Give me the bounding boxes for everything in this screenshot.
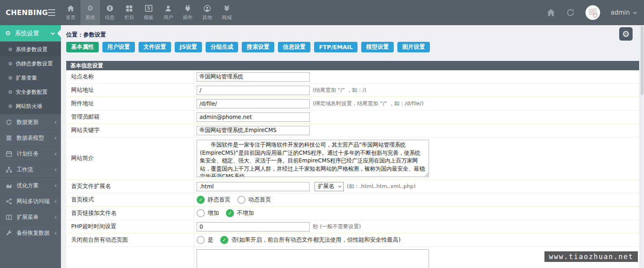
gear-icon: ⚙ (5, 30, 11, 37)
form-row-index-mode: 首页模式 静态首页 动态首页 (66, 193, 639, 207)
keywords-input[interactable] (197, 126, 310, 135)
nav-item-system[interactable]: ⚙ 系统 (80, 0, 100, 25)
sidebar-item-multi-access[interactable]: 网站多访问端 ‹ (0, 193, 61, 209)
database-icon (5, 135, 13, 141)
brand-area: CHENBING (0, 0, 61, 25)
form-row-index-extension: 首页文件扩展名 扩展名 (如：.html,.htm,.xml,.php) (66, 180, 639, 193)
radio-checked-icon (197, 196, 205, 204)
sidebar-item-security-params[interactable]: ⚙安全参数配置 (0, 85, 61, 99)
chevron-left-icon: ‹ (54, 119, 57, 125)
html5-icon: 5 (145, 4, 152, 13)
tab-bar: 基本属性 用户设置 文件设置 JS设置 分组生成 搜索设置 信息设置 FTP/E… (66, 42, 430, 52)
sidebar-submenu: ⚙系统参数设置 ⚙伪静态参数设置 ⚙扩展变量 ⚙安全参数配置 ⚙网站防火墙 (0, 41, 61, 114)
admin-email-input[interactable] (197, 112, 310, 122)
nav-item-mall[interactable]: ¥ 商城 (217, 0, 236, 25)
sidebar-item-data-update[interactable]: 数据更新 ‹ (0, 114, 61, 130)
radio-static-index[interactable]: 静态首页 (197, 196, 230, 204)
tab-js-settings[interactable]: JS设置 (175, 42, 202, 52)
sidebar-item-optimization[interactable]: 优化方案 ‹ (0, 177, 61, 193)
breadcrumb: 位置：参数设置 (66, 31, 106, 39)
avatar[interactable] (585, 5, 600, 20)
chevron-down-icon (51, 31, 55, 35)
extension-select[interactable]: 扩展名 (314, 182, 344, 191)
tab-file-settings[interactable]: 文件设置 (139, 42, 171, 52)
site-description-textarea[interactable]: 帝国软件是一家专注于网络软件开发的科技公司，其主营产品“帝国网站管理系统(Emp… (197, 140, 429, 177)
area-chart-icon (5, 182, 13, 189)
form-row-close-dynamic-pages: 关闭前台所有动态页面 是 否(如果开启，前台所有动态文件都无法使用，但性能和安全… (66, 233, 639, 247)
tab-basic-attrs[interactable]: 基本属性 (66, 42, 99, 52)
panel-settings-button[interactable]: ⚙ (619, 27, 633, 41)
tab-user-settings[interactable]: 用户设置 (102, 42, 135, 52)
active-notch (57, 29, 61, 37)
brand-logo: CHENBING (6, 9, 48, 17)
nav-item-info[interactable]: 信息 (100, 0, 119, 25)
index-extension-input[interactable] (197, 182, 310, 191)
sidebar-item-extend-menu[interactable]: 扩展菜单 ‹ (0, 209, 61, 225)
sidebar-group-system-settings[interactable]: ⚙ 系统设置 (0, 25, 61, 41)
nav-item-other[interactable]: 其他 (197, 0, 217, 25)
form-row-admin-email: 管理员邮箱 (66, 110, 639, 124)
sidebar-item-cron-tasks[interactable]: 计划任务 ‹ (0, 146, 61, 162)
tab-model-settings[interactable]: 模型设置 (361, 42, 394, 52)
chevron-left-icon: ‹ (54, 166, 57, 173)
tab-group-generate[interactable]: 分组生成 (206, 42, 238, 52)
radio-add-filename[interactable]: 增加 (197, 209, 219, 217)
scrollbar-track[interactable] (640, 25, 644, 268)
cog-icon: ⚙ (8, 89, 13, 95)
user-icon (165, 4, 172, 13)
nav-item-plugin[interactable]: 插件 (178, 0, 197, 25)
chevron-left-icon: ‹ (54, 214, 57, 220)
sidebar-item-system-params[interactable]: ⚙系统参数设置 (0, 42, 61, 56)
radio-close-yes[interactable]: 是 (197, 236, 213, 244)
radio-close-no[interactable]: 否(如果开启，前台所有动态文件都无法使用，但性能和安全性最高) (220, 236, 401, 244)
grid-icon (126, 4, 132, 13)
attachment-url-input[interactable] (197, 99, 310, 108)
radio-no-add-filename[interactable]: 不增加 (226, 209, 254, 217)
form-row-keywords: 网站关键字 (66, 124, 639, 137)
share-icon (5, 198, 13, 205)
nav-item-user[interactable]: 用户 (158, 0, 178, 25)
hamburger-menu-icon[interactable] (48, 9, 55, 16)
form-row-site-description: 网站简介 帝国软件是一家专注于网络软件开发的科技公司，其主营产品“帝国网站管理系… (66, 137, 639, 180)
php-timeout-input[interactable] (197, 222, 310, 231)
site-url-hint: (结尾需加 “/” ，如：/) (313, 86, 366, 94)
scrollbar-thumb[interactable] (641, 26, 644, 95)
radio-dynamic-index[interactable]: 动态首页 (237, 196, 271, 204)
chevron-left-icon: ‹ (54, 230, 57, 236)
watermark: www.tiaozhuan.net (544, 251, 638, 262)
calendar-icon (5, 151, 13, 157)
yen-icon: ¥ (224, 4, 230, 13)
columns-icon (5, 214, 13, 220)
info-pin-icon (106, 4, 113, 13)
sidebar-item-workflow[interactable]: 工作流 ‹ (0, 162, 61, 177)
tab-image-settings[interactable]: 图片设置 (397, 42, 430, 52)
nav-item-columns[interactable]: 栏目 (119, 0, 139, 25)
user-circle-icon (204, 4, 211, 13)
tab-info-settings[interactable]: 信息设置 (278, 42, 310, 52)
nav-item-template[interactable]: 5 模板 (139, 0, 158, 25)
tab-search-settings[interactable]: 搜索设置 (242, 42, 274, 52)
user-menu[interactable]: admin (611, 9, 636, 16)
site-home-icon[interactable] (546, 9, 555, 17)
sidebar-item-backup-restore[interactable]: 备份恢复数据 ‹ (0, 225, 61, 241)
radio-checked-icon (226, 209, 234, 217)
tab-ftp-email[interactable]: FTP/EMAIL (314, 42, 358, 52)
radio-unchecked-icon (197, 236, 205, 244)
php-timeout-hint: 秒 (一般不需要设置) (313, 223, 361, 230)
attachment-url-hint: (绑定域名时设置，结尾需加 “/” ，如：/d/file/) (313, 100, 423, 107)
form-row-site-name: 站点名称 (66, 70, 639, 84)
site-name-input[interactable] (197, 72, 310, 82)
settings-panel: 基本信息设置 站点名称 网站地址 (结尾需加 “/” ，如：/) 附件地址 (绑… (66, 61, 639, 268)
main-content: 位置：参数设置 ⚙ 基本属性 用户设置 文件设置 JS设置 分组生成 搜索设置 … (61, 25, 644, 268)
site-url-input[interactable] (197, 86, 310, 95)
sidebar-item-rewrite-params[interactable]: ⚙伪静态参数设置 (0, 56, 61, 71)
section-header: 基本信息设置 (66, 61, 639, 70)
sidebar-item-extend-vars[interactable]: ⚙扩展变量 (0, 71, 61, 85)
topbar-right: admin (546, 0, 644, 25)
nav-item-home[interactable]: 首页 (61, 0, 80, 25)
sidebar-item-firewall[interactable]: ⚙网站防火墙 (0, 99, 61, 113)
bottom-textarea[interactable] (197, 249, 429, 268)
sidebar-item-data-model[interactable]: 数据表模型 ‹ (0, 130, 61, 146)
refresh-icon[interactable] (566, 8, 575, 17)
plugin-icon (184, 4, 191, 13)
